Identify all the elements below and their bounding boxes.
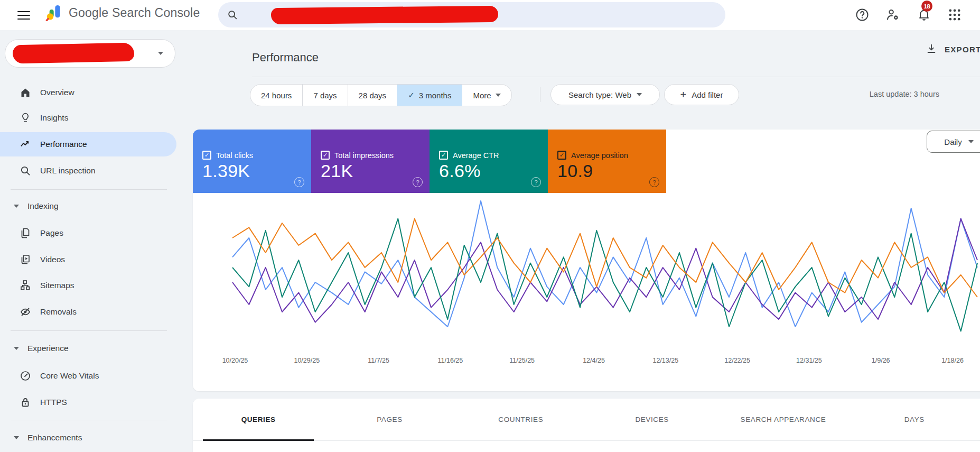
menu-icon[interactable]: [17, 8, 30, 21]
tab-pages[interactable]: PAGES: [324, 399, 455, 440]
sidebar-item-https[interactable]: HTTPS: [0, 390, 176, 414]
tab-countries[interactable]: COUNTRIES: [455, 399, 586, 440]
chevron-down-icon: [637, 93, 642, 96]
caret-down-icon: [14, 347, 19, 350]
help-icon[interactable]: ?: [294, 177, 304, 187]
performance-chart-panel: ✓Total clicks1.39K?✓Total impressions21K…: [193, 130, 980, 391]
apps-grid-icon[interactable]: [947, 7, 962, 22]
user-settings-icon[interactable]: [885, 7, 900, 22]
topbar-actions: [965, 0, 980, 30]
sidebar-item-pages[interactable]: Pages: [0, 221, 176, 245]
metric-value: 21K: [321, 161, 421, 181]
chevron-down-icon: [968, 140, 974, 143]
date-filter-label: 3 months: [419, 91, 452, 100]
sidebar-item-enhancements[interactable]: Enhancements: [0, 426, 176, 449]
sidebar-item-url-inspection[interactable]: URL inspection: [0, 159, 176, 183]
metric-label: Total clicks: [216, 151, 253, 160]
help-icon[interactable]: ?: [413, 177, 423, 187]
date-filter-more[interactable]: More: [462, 85, 511, 106]
chevron-down-icon: [496, 94, 501, 97]
x-axis-label: 10/29/25: [294, 357, 320, 364]
checkbox-checked-icon[interactable]: ✓: [557, 151, 566, 160]
property-selector[interactable]: [5, 39, 175, 68]
lightbulb-icon: [19, 112, 32, 124]
granularity-select[interactable]: Daily: [927, 131, 980, 153]
sidebar-item-insights[interactable]: Insights: [0, 106, 176, 130]
metric-label: Average CTR: [453, 151, 499, 160]
add-filter-button[interactable]: + Add filter: [664, 84, 739, 105]
date-filter-24-hours[interactable]: 24 hours: [250, 85, 302, 106]
search-type-filter[interactable]: Search type: Web: [550, 84, 660, 105]
sidebar-item-removals[interactable]: Removals: [0, 300, 176, 324]
date-filter-7-days[interactable]: 7 days: [302, 85, 347, 106]
x-axis-label: 1/18/26: [941, 357, 964, 364]
tab-queries[interactable]: QUERIES: [193, 399, 324, 440]
check-icon: ✓: [408, 90, 415, 100]
sidebar-divider: [11, 330, 167, 331]
metric-label: Total impressions: [334, 151, 394, 160]
search-console-logo-icon: [44, 4, 62, 21]
sidebar-item-label: Pages: [40, 228, 63, 238]
checkbox-checked-icon[interactable]: ✓: [202, 151, 211, 160]
sidebar-item-sitemaps[interactable]: Sitemaps: [0, 273, 176, 298]
header-divider: [252, 77, 980, 77]
sidebar-item-videos[interactable]: Videos: [0, 247, 176, 272]
sidebar-item-label: Enhancements: [27, 433, 82, 442]
x-axis-label: 12/31/25: [796, 357, 822, 364]
search-input[interactable]: [218, 2, 725, 27]
tab-devices[interactable]: DEVICES: [586, 399, 717, 440]
sidebar-divider: [11, 189, 167, 190]
metric-label: Average position: [571, 151, 628, 160]
app-logo[interactable]: Google Search Console: [44, 4, 200, 21]
tab-days[interactable]: DAYS: [849, 399, 980, 440]
sidebar-item-experience[interactable]: Experience: [0, 337, 176, 360]
export-label: EXPORT: [945, 45, 980, 54]
x-axis-label: 12/4/25: [583, 357, 605, 364]
video-pages-icon: [19, 253, 32, 266]
dimension-tabs-panel: QUERIESPAGESCOUNTRIESDEVICESSEARCH APPEA…: [193, 399, 980, 452]
sidebar-item-label: URL inspection: [40, 166, 96, 176]
export-button[interactable]: EXPORT: [926, 43, 980, 55]
checkbox-checked-icon[interactable]: ✓: [321, 151, 330, 160]
page-title: Performance: [252, 51, 319, 64]
pages-icon: [19, 227, 32, 239]
x-axis-label: 11/25/25: [509, 357, 535, 364]
x-axis-label: 12/13/25: [652, 357, 678, 364]
date-filter-label: 7 days: [313, 91, 337, 100]
help-icon[interactable]: ?: [649, 177, 659, 187]
sidebar-divider: [11, 420, 167, 420]
date-filter-28-days[interactable]: 28 days: [348, 85, 397, 106]
sidebar-item-label: Indexing: [27, 201, 59, 211]
checkbox-checked-icon[interactable]: ✓: [439, 151, 448, 160]
gauge-icon: [19, 370, 32, 382]
sidebar-item-performance[interactable]: Performance: [0, 132, 176, 156]
google-search-console-app: Google Search Console: [0, 0, 980, 452]
x-axis-label: 10/20/25: [222, 357, 248, 364]
sidebar-nav: OverviewInsightsPerformanceURL inspectio…: [0, 74, 193, 452]
caret-down-icon: [14, 436, 19, 439]
metric-card-average-position[interactable]: ✓Average position10.9?: [548, 130, 666, 193]
metric-card-average-ctr[interactable]: ✓Average CTR6.6%?: [430, 130, 548, 193]
help-icon[interactable]: [855, 7, 870, 22]
metric-card-total-impressions[interactable]: ✓Total impressions21K?: [311, 130, 430, 193]
date-range-filter-group: 24 hours7 days28 days✓3 monthsMore: [250, 84, 512, 106]
metric-value: 1.39K: [202, 161, 303, 181]
granularity-label: Daily: [944, 137, 962, 146]
caret-down-icon: [14, 205, 19, 208]
plus-icon: +: [680, 89, 687, 100]
search-icon: [19, 164, 32, 177]
metric-card-total-clicks[interactable]: ✓Total clicks1.39K?: [193, 130, 311, 193]
sidebar-item-overview[interactable]: Overview: [0, 80, 176, 105]
last-update-text: Last update: 3 hours: [834, 90, 939, 98]
sidebar-item-indexing[interactable]: Indexing: [0, 195, 176, 218]
sidebar-item-core-web-vitals[interactable]: Core Web Vitals: [0, 364, 176, 388]
date-filter-3-months[interactable]: ✓3 months: [397, 85, 462, 106]
home-icon: [19, 86, 32, 99]
date-filter-label: More: [473, 91, 491, 100]
sidebar-item-label: Experience: [27, 344, 69, 353]
help-icon[interactable]: ?: [531, 177, 541, 187]
sidebar-item-label: Removals: [40, 307, 77, 317]
tab-search-appearance[interactable]: SEARCH APPEARANCE: [717, 399, 848, 440]
redaction-scribble: [13, 43, 135, 64]
filter-divider: [540, 87, 540, 102]
